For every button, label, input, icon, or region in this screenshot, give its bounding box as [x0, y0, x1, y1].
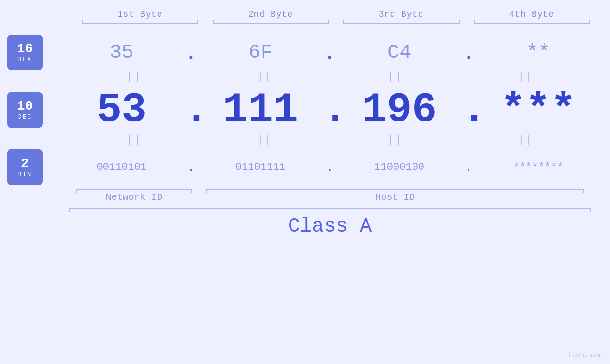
hex-badge: 16 HEX	[7, 35, 43, 70]
dec-val-4: ***	[476, 86, 601, 133]
header-byte2: 2nd Byte	[206, 9, 336, 19]
hex-dot-2: .	[323, 40, 337, 65]
bin-val-2: 01101111	[198, 161, 323, 173]
header-byte3: 3rd Byte	[336, 9, 467, 19]
dec-badge: 10 DEC	[7, 92, 43, 128]
bracket-seg-3	[336, 19, 467, 28]
eq1-4: ||	[460, 71, 591, 83]
host-bracket-line	[206, 189, 584, 190]
watermark: ipshu.com	[567, 352, 603, 359]
dec-dot-3: .	[462, 86, 476, 133]
hex-values: 35 . 6F . C4 . **	[50, 40, 610, 65]
byte-headers: 1st Byte 2nd Byte 3rd Byte 4th Byte	[75, 9, 597, 19]
bin-val-1: 00110101	[59, 161, 184, 173]
hex-val-2: 6F	[198, 41, 323, 64]
dec-values: 53 . 111 . 196 . ***	[50, 86, 610, 133]
hex-row: 16 HEX 35 . 6F . C4 . **	[0, 35, 610, 70]
eq1-3: ||	[330, 71, 460, 83]
dec-val-1: 53	[59, 86, 184, 133]
main-container: 1st Byte 2nd Byte 3rd Byte 4th Byte 16 H…	[0, 0, 610, 364]
eq2-1: ||	[69, 134, 199, 146]
hex-val-3: C4	[337, 41, 462, 64]
equals-row-2: || || || ||	[69, 134, 591, 146]
header-byte1: 1st Byte	[75, 9, 206, 19]
bracket-seg-2	[206, 19, 336, 28]
bin-dot-1: .	[184, 160, 198, 175]
bottom-brackets-container: Network ID Host ID	[69, 189, 591, 203]
bin-dot-2: .	[323, 160, 337, 175]
network-bracket-line	[76, 189, 192, 190]
bracket-seg-1	[75, 19, 206, 28]
hex-val-1: 35	[59, 41, 184, 64]
dec-row: 10 DEC 53 . 111 . 196 . ***	[0, 86, 610, 133]
top-brackets	[75, 19, 597, 28]
dec-badge-label: DEC	[18, 113, 32, 121]
hex-dot-3: .	[462, 40, 476, 65]
dec-dot-2: .	[323, 86, 337, 133]
eq2-4: ||	[460, 134, 591, 146]
dec-dot-1: .	[184, 86, 198, 133]
header-byte4: 4th Byte	[467, 9, 597, 19]
network-bracket-wrap: Network ID	[69, 189, 199, 203]
dec-val-2: 111	[198, 86, 323, 133]
dec-badge-num: 10	[17, 99, 33, 114]
bracket-seg-4	[467, 19, 597, 28]
host-id-label: Host ID	[206, 192, 584, 203]
eq1-1: ||	[69, 71, 199, 83]
bin-badge-num: 2	[21, 157, 29, 171]
full-bottom-bracket	[69, 208, 591, 209]
hex-dot-1: .	[184, 40, 198, 65]
bin-values: 00110101 . 01101111 . 11000100 . *******…	[50, 160, 610, 175]
eq1-2: ||	[199, 71, 330, 83]
bin-badge: 2 BIN	[7, 149, 43, 185]
bin-row: 2 BIN 00110101 . 01101111 . 11000100 . *…	[0, 149, 610, 185]
hex-badge-num: 16	[17, 42, 33, 56]
network-id-label: Network ID	[76, 192, 192, 203]
eq2-3: ||	[330, 134, 460, 146]
eq2-2: ||	[199, 134, 330, 146]
bin-val-4: ********	[476, 161, 601, 173]
bin-val-3: 11000100	[337, 161, 462, 173]
hex-val-4: **	[476, 41, 601, 64]
host-bracket-wrap: Host ID	[199, 189, 591, 203]
hex-badge-label: HEX	[18, 56, 32, 63]
dec-val-3: 196	[337, 86, 462, 133]
bin-badge-label: BIN	[18, 171, 32, 178]
bin-dot-3: .	[462, 160, 476, 175]
equals-row-1: || || || ||	[69, 71, 591, 83]
class-label: Class A	[69, 215, 591, 238]
